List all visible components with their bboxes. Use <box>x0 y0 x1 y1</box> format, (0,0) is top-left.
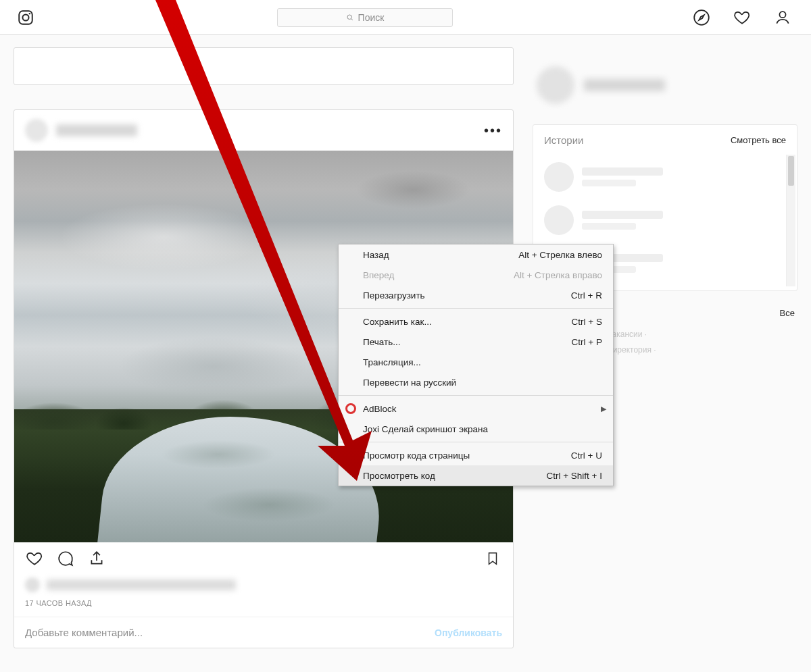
post-options-button[interactable]: ••• <box>484 123 502 138</box>
ctx-adblock[interactable]: AdBlock▶ <box>339 398 613 419</box>
ctx-reload[interactable]: ПерезагрузитьCtrl + R <box>339 285 613 305</box>
ctx-print[interactable]: Печать...Ctrl + P <box>339 332 613 352</box>
sidebar-avatar <box>537 66 574 104</box>
ctx-back[interactable]: НазадAlt + Стрелка влево <box>339 244 613 265</box>
publish-button[interactable]: Опубликовать <box>435 627 502 638</box>
svg-point-1 <box>22 14 28 20</box>
post-header: ••• <box>14 110 513 151</box>
ctx-translate[interactable]: Перевести на русский <box>339 372 613 392</box>
story-item[interactable] <box>544 155 786 199</box>
ctx-cast[interactable]: Трансляция... <box>339 352 613 372</box>
post-action-bar <box>14 542 513 575</box>
search-input[interactable]: Поиск <box>277 8 453 27</box>
instagram-logo-icon[interactable] <box>14 5 38 30</box>
svg-rect-0 <box>19 11 32 24</box>
svg-line-4 <box>351 18 352 20</box>
profile-icon[interactable] <box>773 8 792 27</box>
opera-icon <box>345 403 356 414</box>
caption-text-blur <box>47 579 236 590</box>
post-author-avatar[interactable] <box>25 119 48 142</box>
suggestions-all-link[interactable]: Все <box>780 308 795 318</box>
browser-context-menu: НазадAlt + Стрелка влево ВпередAlt + Стр… <box>338 244 614 486</box>
comment-bubble-icon[interactable] <box>56 549 75 568</box>
ctx-forward: ВпередAlt + Стрелка вправо <box>339 265 613 285</box>
post-timestamp: 17 ЧАСОВ НАЗАД <box>14 595 513 617</box>
caption-avatar <box>25 577 40 592</box>
ctx-inspect[interactable]: Просмотреть кодCtrl + Shift + I <box>339 465 613 486</box>
chevron-right-icon: ▶ <box>601 405 606 413</box>
svg-point-5 <box>694 10 709 25</box>
top-nav: Поиск <box>0 0 811 35</box>
like-heart-icon[interactable] <box>25 549 44 568</box>
story-item[interactable] <box>544 199 786 242</box>
svg-marker-6 <box>699 15 704 20</box>
previous-post-card <box>14 47 514 85</box>
bookmark-icon[interactable] <box>483 549 502 568</box>
svg-point-2 <box>29 12 30 14</box>
share-icon[interactable] <box>87 549 106 568</box>
ctx-save-as[interactable]: Сохранить как...Ctrl + S <box>339 311 613 332</box>
search-placeholder: Поиск <box>358 12 385 23</box>
sidebar-profile[interactable] <box>533 47 797 124</box>
ctx-view-source[interactable]: Просмотр кода страницыCtrl + U <box>339 445 613 465</box>
add-comment-input[interactable]: Добавьте комментарий... <box>25 627 435 638</box>
post-author-username[interactable] <box>56 124 137 136</box>
explore-icon[interactable] <box>692 8 711 27</box>
sidebar-username-blur <box>584 79 665 91</box>
stories-title: Истории <box>544 134 583 146</box>
post-caption <box>25 577 502 592</box>
svg-point-3 <box>347 15 352 20</box>
stories-see-all-link[interactable]: Смотреть все <box>731 135 786 145</box>
svg-point-7 <box>779 11 785 18</box>
stories-scrollbar[interactable] <box>786 155 795 286</box>
ctx-joxi[interactable]: Joxi Сделай скриншот экрана <box>339 419 613 439</box>
activity-heart-icon[interactable] <box>733 8 752 27</box>
